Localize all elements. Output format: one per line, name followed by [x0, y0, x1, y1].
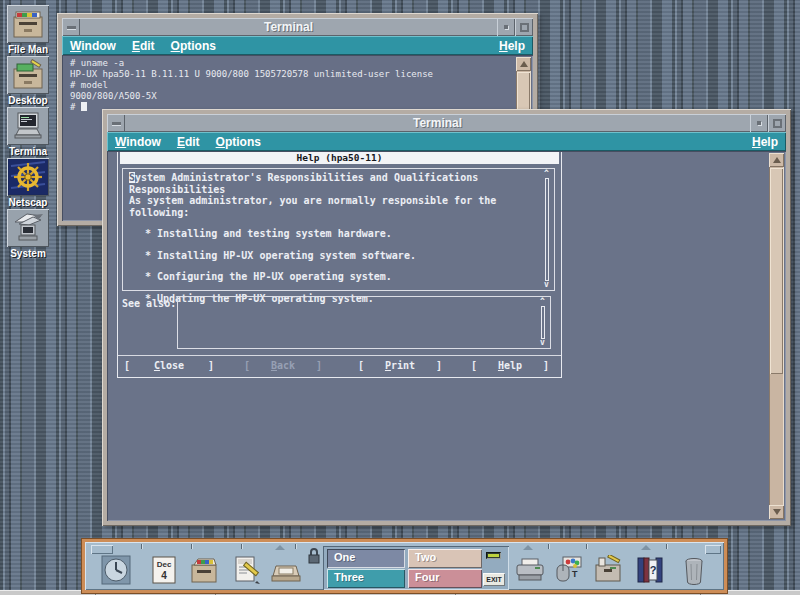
workspace-switcher: One Two Three Four EXIT [323, 546, 509, 590]
style-manager-icon: T [551, 555, 585, 585]
workspace-four-button[interactable]: Four [408, 569, 482, 588]
minimize-icon [504, 25, 508, 29]
menu-edit[interactable]: Edit [177, 135, 200, 149]
scroll-down-icon[interactable]: v [540, 339, 545, 347]
style-manager-control[interactable]: T [551, 553, 585, 587]
scroll-down-icon [773, 509, 781, 515]
maximize-button[interactable] [515, 18, 533, 36]
svg-text:Dec: Dec [157, 560, 172, 569]
desktop-icon-label: System [4, 248, 52, 259]
scroll-up-icon[interactable]: ^ [540, 298, 545, 306]
busy-light [486, 552, 501, 559]
minimize-button[interactable] [497, 18, 515, 36]
window-menu-button[interactable] [107, 114, 125, 132]
window-menu-button[interactable] [62, 18, 80, 36]
menu-edit[interactable]: Edit [132, 39, 155, 53]
help-manager-control[interactable]: ? [633, 553, 667, 587]
help-content-scrollbar[interactable]: ^ v [543, 169, 552, 290]
help-line: Responsibilities [129, 184, 540, 196]
workspace-three-button[interactable]: Three [327, 569, 405, 588]
panel-divider [666, 544, 667, 549]
minimize-icon [757, 121, 761, 125]
help-title: Help (hpa50-11) [120, 152, 559, 164]
desktop-icon-label: File Man [4, 44, 52, 55]
panel-divider [191, 544, 192, 549]
subpanel-arrow-icon[interactable] [523, 545, 533, 550]
busy-light-lamp [488, 554, 499, 557]
panel-divider [241, 544, 242, 549]
terminal-window-2: Terminal Window Edit Options Help Help (… [102, 109, 791, 526]
scrollbar-thumb[interactable] [770, 168, 783, 374]
printer-control[interactable] [513, 553, 547, 587]
text-cursor [81, 102, 87, 111]
subpanel-arrow-icon[interactable] [641, 545, 651, 550]
menu-window[interactable]: Window [115, 135, 161, 149]
menu-window[interactable]: Window [70, 39, 116, 53]
workspace-two-button[interactable]: Two [408, 549, 482, 568]
menu-options[interactable]: Options [171, 39, 216, 53]
scrollbar-track[interactable] [541, 306, 545, 339]
back-button[interactable]: [ Back ] [244, 360, 322, 371]
desktop-icon-desktop[interactable]: Desktop [4, 56, 52, 106]
scroll-down-button[interactable] [769, 505, 784, 519]
scroll-up-button[interactable] [516, 57, 531, 71]
print-button[interactable]: [ Print ] [358, 360, 442, 371]
terminal-scrollbar[interactable] [769, 153, 784, 519]
desktop-icon-terminal[interactable]: Termina [4, 107, 52, 157]
see-also-label: See also: [122, 298, 176, 309]
menu-options[interactable]: Options [216, 135, 261, 149]
maximize-icon [773, 119, 782, 128]
scroll-up-icon[interactable]: ^ [544, 170, 549, 178]
see-also-box: ^ v [177, 296, 551, 349]
help-content-box: System Administrator's Responsibilities … [122, 168, 555, 291]
desktop-icon-label: Termina [4, 146, 52, 157]
lock-control[interactable] [307, 547, 321, 565]
menu-help[interactable]: Help [752, 135, 778, 149]
printer-icon [513, 556, 547, 584]
terminal-screen[interactable]: Help (hpa50-11) System Administrator's R… [107, 151, 786, 521]
help-button-row: [ Close ] [ Back ] [ Print ] [118, 360, 561, 374]
applications-control[interactable] [591, 553, 625, 587]
file-manager-icon [188, 555, 220, 585]
help-books-icon: ? [634, 555, 666, 585]
svg-text:T: T [572, 569, 578, 579]
panel-divider [586, 544, 587, 549]
help-viewer: Help (hpa50-11) System Administrator's R… [117, 152, 562, 378]
titlebar[interactable]: Terminal [107, 114, 786, 132]
terminal-line: # uname -a [70, 58, 525, 69]
maximize-button[interactable] [768, 114, 786, 132]
help-button[interactable]: [ Help ] [471, 360, 549, 371]
scroll-down-icon[interactable]: v [544, 281, 549, 289]
workspace-one-button[interactable]: One [327, 549, 405, 568]
desktop-icon-netscape[interactable]: Netscap [4, 158, 52, 208]
see-also-scrollbar[interactable]: ^ v [539, 297, 548, 348]
help-heading: System Administrator's Responsibilities … [129, 172, 540, 184]
mail-control[interactable] [269, 553, 303, 587]
scroll-up-button[interactable] [769, 153, 784, 167]
clock-control[interactable] [99, 553, 133, 587]
titlebar[interactable]: Terminal [62, 18, 533, 36]
close-button[interactable]: [ Close ] [124, 360, 214, 371]
trash-icon [681, 555, 707, 585]
desktop-icon-system[interactable]: System [4, 209, 52, 259]
svg-text:?: ? [650, 564, 657, 576]
desktop-icon-file-manager[interactable]: File Man [4, 5, 52, 55]
file-manager-control[interactable] [187, 553, 221, 587]
netscape-icon [7, 158, 49, 196]
help-bullet: * Configuring the HP-UX operating system… [129, 271, 540, 283]
trash-control[interactable] [677, 553, 711, 587]
exit-button[interactable]: EXIT [483, 573, 505, 586]
calendar-control[interactable]: Dec 4 [147, 553, 181, 587]
text-editor-control[interactable] [229, 553, 263, 587]
scrollbar-track[interactable] [545, 178, 549, 281]
subpanel-arrow-icon[interactable] [275, 545, 285, 550]
terminal-icon [7, 107, 49, 145]
window-menu-icon [112, 122, 121, 125]
help-bullet: * Installing and testing system hardware… [129, 228, 540, 240]
minimize-button[interactable] [750, 114, 768, 132]
desktop-background: File Man Desktop Termina [0, 0, 800, 595]
menubar: Window Edit Options Help [62, 36, 533, 55]
scroll-up-icon [773, 157, 781, 163]
help-bullet: * Installing HP-UX operating system soft… [129, 250, 540, 262]
menu-help[interactable]: Help [499, 39, 525, 53]
